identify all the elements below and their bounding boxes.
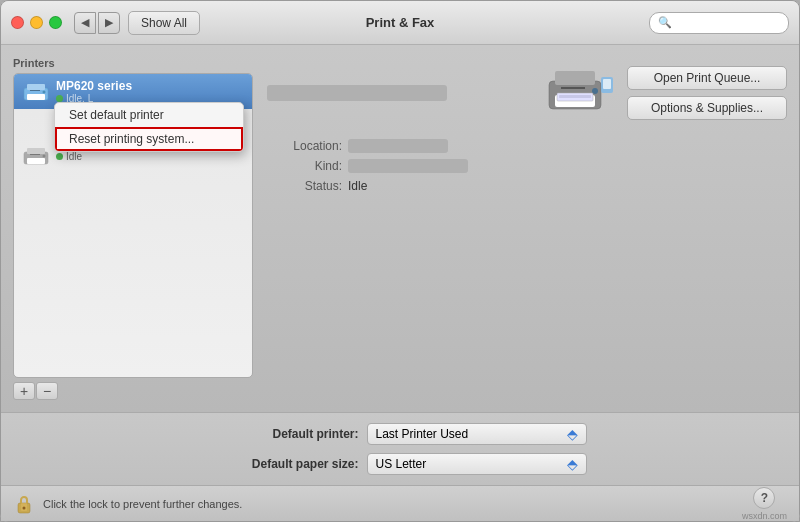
options-supplies-button[interactable]: Options & Supplies... xyxy=(627,96,787,120)
svg-point-8 xyxy=(43,155,46,158)
detail-header: Open Print Queue... Options & Supplies..… xyxy=(267,57,787,129)
remove-printer-button[interactable]: − xyxy=(36,382,58,400)
main-window: ◀ ▶ Show All Print & Fax 🔍 Printers xyxy=(0,0,800,522)
default-paper-select[interactable]: US Letter ⬘ xyxy=(367,453,587,475)
default-paper-value: US Letter xyxy=(376,457,427,471)
default-printer-row: Default printer: Last Printer Used ⬘ xyxy=(17,423,783,445)
printer-info-1: MP620 series Idle, L xyxy=(56,79,244,104)
svg-rect-18 xyxy=(603,79,611,89)
wsxdn-logo: wsxdn.com xyxy=(742,511,787,521)
window-title: Print & Fax xyxy=(366,15,435,30)
info-row-status: Status: Idle xyxy=(277,179,787,193)
printer-name-display xyxy=(267,85,447,101)
help-button[interactable]: ? xyxy=(753,487,775,509)
info-row-location: Location: xyxy=(277,139,787,153)
default-paper-arrow: ⬘ xyxy=(567,456,578,472)
info-row-kind: Kind: xyxy=(277,159,787,173)
printer-status-2: Idle xyxy=(56,151,244,162)
open-print-queue-button[interactable]: Open Print Queue... xyxy=(627,66,787,90)
kind-label: Kind: xyxy=(277,159,342,173)
status-dot-2 xyxy=(56,153,63,160)
lock-icon[interactable] xyxy=(13,493,35,515)
svg-rect-7 xyxy=(27,158,45,164)
default-printer-select[interactable]: Last Printer Used ⬘ xyxy=(367,423,587,445)
footer-bar: Click the lock to prevent further change… xyxy=(1,485,799,521)
printers-label: Printers xyxy=(13,57,253,69)
svg-rect-11 xyxy=(555,71,595,85)
svg-rect-2 xyxy=(27,94,45,100)
printer-icon-1 xyxy=(22,80,50,104)
main-content: Printers MP620 series xyxy=(1,45,799,412)
svg-point-21 xyxy=(23,506,26,509)
svg-rect-4 xyxy=(30,90,40,91)
minimize-button[interactable] xyxy=(30,16,43,29)
context-menu: Set default printer Reset printing syste… xyxy=(54,102,244,152)
svg-point-3 xyxy=(43,90,46,93)
svg-rect-9 xyxy=(30,154,40,155)
printers-list[interactable]: MP620 series Idle, L Set default printer… xyxy=(13,73,253,378)
kind-value xyxy=(348,159,468,173)
location-label: Location: xyxy=(277,139,342,153)
printer-icon-2 xyxy=(22,144,50,168)
back-button[interactable]: ◀ xyxy=(74,12,96,34)
svg-rect-6 xyxy=(27,148,45,154)
printer-large-icon xyxy=(545,63,615,123)
maximize-button[interactable] xyxy=(49,16,62,29)
printer-info-2: Idle xyxy=(56,151,244,162)
bottom-bar: Default printer: Last Printer Used ⬘ Def… xyxy=(1,412,799,485)
add-printer-button[interactable]: + xyxy=(13,382,35,400)
default-paper-label: Default paper size: xyxy=(214,457,359,471)
titlebar: ◀ ▶ Show All Print & Fax 🔍 xyxy=(1,1,799,45)
show-all-button[interactable]: Show All xyxy=(128,11,200,35)
default-printer-label: Default printer: xyxy=(214,427,359,441)
nav-buttons: ◀ ▶ xyxy=(74,12,120,34)
info-grid: Location: Kind: Status: Idle xyxy=(267,139,787,193)
search-box[interactable]: 🔍 xyxy=(649,12,789,34)
svg-rect-14 xyxy=(561,87,585,89)
default-paper-row: Default paper size: US Letter ⬘ xyxy=(17,453,783,475)
close-button[interactable] xyxy=(11,16,24,29)
search-icon: 🔍 xyxy=(658,16,672,29)
printer-name-1: MP620 series xyxy=(56,79,244,93)
context-reset-printing[interactable]: Reset printing system... xyxy=(55,127,243,151)
svg-rect-1 xyxy=(27,84,45,90)
action-buttons: Open Print Queue... Options & Supplies..… xyxy=(627,66,787,120)
status-value: Idle xyxy=(348,179,367,193)
forward-button[interactable]: ▶ xyxy=(98,12,120,34)
printers-panel: Printers MP620 series xyxy=(13,57,253,400)
status-dot-1 xyxy=(56,95,63,102)
context-set-default[interactable]: Set default printer xyxy=(55,103,243,127)
printer-detail: Open Print Queue... Options & Supplies..… xyxy=(267,57,787,400)
status-label: Status: xyxy=(277,179,342,193)
location-value xyxy=(348,139,448,153)
list-controls: + − xyxy=(13,382,253,400)
traffic-lights xyxy=(11,16,62,29)
svg-rect-16 xyxy=(559,95,591,98)
lock-text: Click the lock to prevent further change… xyxy=(43,498,734,510)
default-printer-arrow: ⬘ xyxy=(567,426,578,442)
default-printer-value: Last Printer Used xyxy=(376,427,469,441)
search-input[interactable] xyxy=(675,17,780,29)
